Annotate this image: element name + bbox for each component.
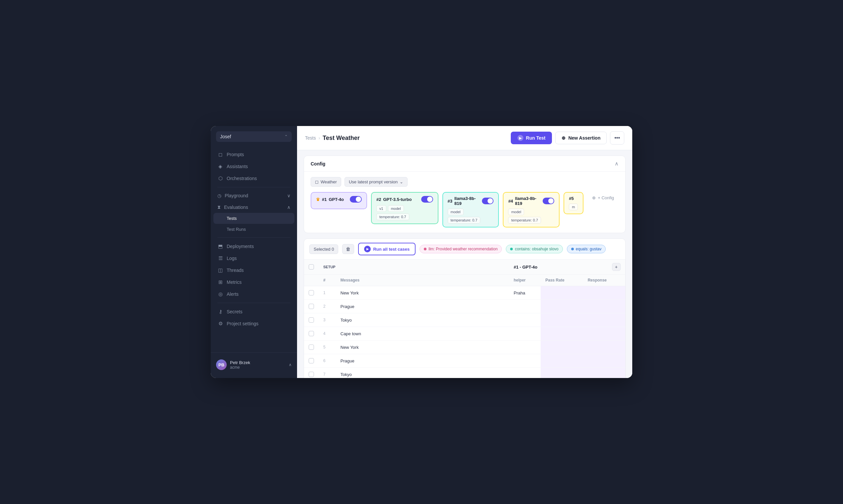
row-checkbox[interactable]	[309, 372, 314, 377]
row-pass-rate	[541, 313, 583, 327]
sidebar-item-prompts[interactable]: ◻ Prompts	[213, 148, 294, 161]
row-checkbox[interactable]	[309, 358, 314, 363]
table-row: 4 Cape town	[304, 327, 625, 341]
model-rank-4: #4	[508, 199, 513, 203]
sidebar-item-label: Secrets	[227, 309, 242, 314]
tag-m5: m	[569, 203, 578, 210]
assertion-icon: ⊕	[562, 135, 566, 141]
model-toggle-2[interactable]	[421, 196, 433, 203]
add-config-button[interactable]: ⊕ + Config	[587, 192, 619, 203]
breadcrumb-separator-icon: ›	[319, 135, 320, 141]
messages-label: Messages	[341, 278, 359, 283]
row-message: New York	[336, 341, 509, 354]
sidebar-item-label: Project settings	[227, 321, 259, 326]
table-card: Selected 0 🗑 ▶ Run all test cases llm: P…	[304, 238, 625, 378]
sidebar-item-test-runs[interactable]: Test Runs	[213, 224, 294, 235]
version-select[interactable]: Use latest prompt version ⌄	[344, 177, 408, 187]
assertion-dot-blue	[571, 248, 574, 250]
sidebar-item-playground[interactable]: ◷ Playground ∨	[213, 190, 294, 201]
helper-label: helper	[514, 278, 526, 283]
model-col-label: #1 - GPT-4o	[514, 265, 538, 270]
user-row: PB Petr Brzek acme ∧	[216, 357, 292, 373]
table-row: 1 New York Praha	[304, 286, 625, 300]
model-toggle-3[interactable]	[482, 198, 494, 204]
row-message: Prague	[336, 300, 509, 313]
prompt-tag[interactable]: ◻ Weather	[311, 177, 341, 187]
version-label: Use latest prompt version	[349, 179, 398, 184]
tag-temp-4: temperature: 0.7	[508, 217, 541, 223]
assertion-badge-llm[interactable]: llm: Provided weather recommendation	[419, 245, 502, 253]
row-helper	[509, 341, 541, 354]
add-column-button[interactable]: +	[612, 263, 621, 271]
sidebar-item-orchestrations[interactable]: ⬡ Orchestrations	[213, 173, 294, 184]
row-response	[583, 327, 625, 341]
assertion-label-llm: llm: Provided weather recommendation	[429, 247, 498, 251]
sidebar-item-assistants[interactable]: ◈ Assistants	[213, 161, 294, 173]
data-table: Setup #1 - GPT-4o +	[304, 259, 625, 378]
sidebar-item-deployments[interactable]: ⬒ Deployments	[213, 240, 294, 252]
row-helper	[509, 368, 541, 378]
sidebar-item-metrics[interactable]: ⊞ Metrics	[213, 276, 294, 288]
sidebar-item-evaluations[interactable]: ⧗ Evaluations ∧	[213, 201, 294, 213]
main-content: Tests › Test Weather ▶ Run Test ⊕ New As…	[297, 126, 632, 378]
sidebar-item-threads[interactable]: ◫ Threads	[213, 264, 294, 276]
breadcrumb-parent[interactable]: Tests	[305, 135, 316, 141]
crown-icon: ♛	[316, 197, 320, 202]
select-all-checkbox[interactable]	[309, 264, 314, 270]
model-card-1: ♛ #1 GPT-4o	[311, 192, 367, 209]
assertion-badge-equals[interactable]: equals: gustav	[567, 245, 606, 253]
secrets-icon: ⚷	[218, 309, 223, 315]
model-name-4: #4 llama3-8b-819	[508, 196, 543, 206]
delete-selected-button[interactable]: 🗑	[342, 244, 354, 254]
tag-model-4: model	[508, 209, 524, 215]
sidebar-item-logs[interactable]: ☰ Logs	[213, 252, 294, 264]
col-setup-header: Setup	[319, 259, 509, 274]
prompts-icon: ◻	[218, 151, 223, 158]
top-actions: ▶ Run Test ⊕ New Assertion •••	[511, 131, 624, 145]
sidebar-item-project-settings[interactable]: ⚙ Project settings	[213, 318, 294, 329]
model-toggle-1[interactable]	[350, 196, 362, 203]
run-all-button[interactable]: ▶ Run all test cases	[358, 243, 415, 255]
workspace-selector[interactable]: Josef ⌃	[216, 131, 292, 142]
model-rank-3: #3	[448, 199, 452, 203]
table-header-row: Setup #1 - GPT-4o +	[304, 259, 625, 274]
assertion-badge-contains[interactable]: contains: obsahuje slovo	[506, 245, 563, 253]
sidebar-item-tests[interactable]: Tests	[213, 213, 294, 224]
sidebar-item-secrets[interactable]: ⚷ Secrets	[213, 306, 294, 318]
model-card-3: #3 llama3-8b-819 model temperature: 0.7	[443, 192, 499, 228]
playground-icon: ◷	[218, 193, 221, 198]
model-name-2: #2 GPT-3.5-turbo	[376, 197, 412, 202]
model-tags-2: v1 model temperature: 0.7	[376, 205, 433, 220]
new-assertion-label: New Assertion	[568, 135, 600, 141]
tag-model: model	[388, 205, 404, 212]
user-menu-chevron-icon[interactable]: ∧	[289, 362, 292, 367]
row-checkbox[interactable]	[309, 331, 314, 336]
row-checkbox[interactable]	[309, 344, 314, 350]
sidebar-item-alerts[interactable]: ◎ Alerts	[213, 288, 294, 300]
row-response	[583, 313, 625, 327]
new-assertion-button[interactable]: ⊕ New Assertion	[555, 132, 607, 144]
table-row: 5 New York	[304, 341, 625, 354]
model-tags-4: model temperature: 0.7	[508, 209, 554, 223]
prompt-tag-label: Weather	[321, 179, 337, 184]
config-collapse-button[interactable]: ∧	[615, 161, 619, 167]
tests-label: Tests	[227, 216, 237, 221]
row-pass-rate	[541, 368, 583, 378]
model-label: GPT-4o	[329, 197, 344, 202]
model-card-4: #4 llama3-8b-819 model temperature: 0.7	[503, 192, 560, 228]
assistants-icon: ◈	[218, 163, 223, 169]
row-checkbox[interactable]	[309, 304, 314, 309]
row-pass-rate	[541, 341, 583, 354]
tag-temp-3: temperature: 0.7	[448, 217, 481, 223]
more-options-button[interactable]: •••	[610, 131, 624, 145]
row-checkbox-cell	[304, 300, 319, 313]
config-title: Config	[311, 161, 325, 166]
model-toggle-4[interactable]	[543, 198, 554, 204]
run-test-button[interactable]: ▶ Run Test	[511, 132, 552, 144]
row-number: 6	[319, 354, 336, 368]
row-checkbox[interactable]	[309, 317, 314, 323]
add-config-plus-icon: ⊕	[592, 195, 596, 200]
toggle-knob	[356, 197, 361, 202]
row-checkbox[interactable]	[309, 290, 314, 295]
row-helper	[509, 354, 541, 368]
